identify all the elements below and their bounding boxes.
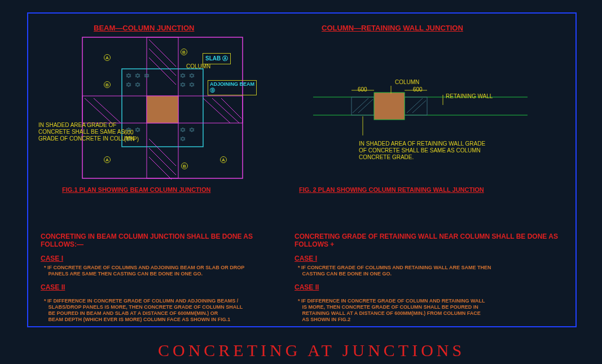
column-label: COLUMN — [186, 63, 210, 70]
svg-line-8 — [149, 139, 176, 166]
left-case2: CASE II — [41, 283, 65, 291]
svg-rect-24 — [374, 93, 405, 120]
dim-600-r: 600 — [413, 86, 423, 93]
shaded-note-left: IN SHADED AREA GRADE OF CONCRETE SHALL B… — [38, 122, 134, 142]
svg-line-10 — [85, 98, 112, 123]
column-label-r: COLUMN — [395, 79, 419, 86]
left-heading: CONCRETING IN BEAM COLUMN JUNCTION SHALL… — [41, 233, 278, 248]
shaded-note-right: IN SHADED AREA OF RETAINING WALL GRADE O… — [359, 141, 485, 161]
left-title: BEAM—COLUMN JUNCTION — [94, 24, 194, 32]
right-case2: CASE II — [295, 283, 319, 291]
fig2-caption: FIG. 2 PLAN SHOWING COLUMN RETAINING WAL… — [299, 186, 484, 193]
marker-b: B — [181, 49, 187, 55]
right-case1: CASE I — [295, 255, 317, 262]
svg-line-23 — [412, 100, 426, 113]
svg-line-4 — [149, 49, 176, 76]
fig2-drawing — [313, 85, 528, 141]
marker-b: B — [104, 81, 111, 88]
slab-label: SLAB Ⓐ — [203, 53, 231, 64]
svg-line-11 — [94, 98, 121, 123]
svg-line-7 — [149, 157, 176, 179]
svg-rect-18 — [351, 97, 374, 115]
left-case1: CASE I — [41, 255, 63, 262]
svg-rect-21 — [405, 97, 427, 115]
marker-a: A — [104, 156, 111, 163]
right-case1-text: * IF CONCRETE GRADE OF COLUMNS AND RETAI… — [298, 265, 491, 277]
adjoining-label: ADJOINING BEAM Ⓑ — [208, 80, 257, 95]
main-title: CONCRETING AT JUNCTIONS — [158, 341, 465, 360]
svg-line-20 — [358, 99, 373, 113]
svg-line-6 — [149, 148, 176, 175]
svg-line-12 — [203, 98, 230, 123]
svg-line-3 — [149, 40, 176, 67]
left-case2-text: * IF DIFFERENCE IN CONCRETE GRADE OF COL… — [44, 298, 243, 323]
svg-line-13 — [212, 98, 239, 123]
right-title: COLUMN—RETAINING WALL JUNCTION — [322, 24, 463, 32]
svg-rect-15 — [147, 96, 178, 123]
dim-600-l: 600 — [358, 86, 367, 93]
retaining-label: RETAINING WALL — [446, 93, 493, 100]
marker-a: A — [104, 54, 111, 61]
marker-a: A — [220, 156, 227, 163]
fig1-caption: FIG.1 PLAN SHOWING BEAM COLUMN JUNCTION — [62, 186, 210, 193]
right-heading: CONCRETING GRADE OF RETAINING WALL NEAR … — [295, 233, 565, 248]
svg-line-5 — [149, 58, 176, 85]
right-case2-text: * IF DIFFERENCE IN CONCRETE GRADE OF COL… — [298, 298, 485, 323]
left-case1-text: * IF CONCRETE GRADE OF COLUMNS AND ADJOI… — [44, 265, 244, 277]
marker-b: B — [181, 163, 188, 169]
